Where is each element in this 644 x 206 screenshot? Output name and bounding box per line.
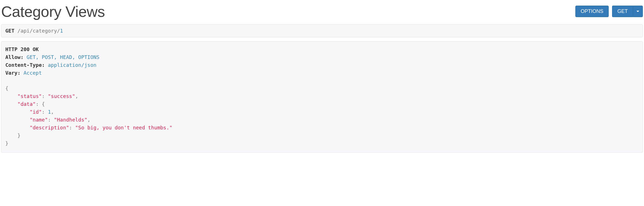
request-path-id: 1 [60, 28, 63, 34]
get-button[interactable]: GET [612, 6, 633, 17]
chevron-down-icon [636, 11, 639, 12]
header-content-type-value: application/json [45, 62, 96, 68]
get-button-group: GET [612, 6, 643, 17]
json-description-key: "description" [30, 125, 69, 131]
request-method: GET [5, 28, 15, 34]
request-path-prefix: /api/category/ [15, 28, 60, 34]
page-title: Category Views [1, 3, 105, 20]
json-status-value: "success" [48, 93, 75, 99]
json-id-key: "id" [30, 109, 42, 115]
json-status-key: "status" [17, 93, 42, 99]
action-button-group: OPTIONS GET [575, 3, 643, 17]
header-vary-value: Accept [20, 70, 42, 76]
get-dropdown-toggle[interactable] [633, 6, 643, 17]
json-description-value: "So big, you don't need thumbs." [75, 125, 172, 131]
header-content-type-label: Content-Type: [5, 62, 45, 68]
header-vary-label: Vary: [5, 70, 20, 76]
response-block: HTTP 200 OK Allow: GET, POST, HEAD, OPTI… [1, 41, 643, 153]
request-bar: GET /api/category/1 [1, 24, 643, 37]
header-allow-label: Allow: [5, 54, 24, 60]
json-data-key: "data" [17, 101, 36, 107]
options-button[interactable]: OPTIONS [575, 6, 609, 17]
header-allow-value: GET, POST, HEAD, OPTIONS [24, 54, 99, 60]
json-name-key: "name" [30, 117, 48, 123]
json-name-value: "Handhelds" [54, 117, 87, 123]
response-status-line: HTTP 200 OK [5, 46, 39, 52]
json-id-value: 1 [48, 109, 51, 115]
